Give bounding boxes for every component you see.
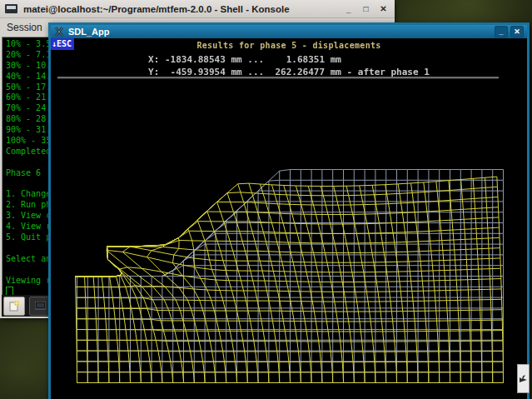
desktop: { "konsole": { "title": "matei@localhost… [0, 0, 532, 399]
new-session-button[interactable] [3, 297, 25, 316]
maximize-icon[interactable]: □ [360, 3, 372, 15]
mouse-cursor [517, 364, 530, 393]
terminal-cursor [6, 287, 13, 295]
close-icon[interactable]: ✕ [377, 3, 390, 15]
header-separator [57, 77, 499, 79]
sdl-close-icon[interactable]: ✕ [510, 26, 524, 37]
minimize-icon[interactable]: _ [342, 3, 355, 15]
sdl-app-window: SDL_App _ ✕ ↓ESC Results for phase 5 - d… [48, 22, 530, 399]
arrow-cursor-icon [519, 374, 528, 383]
new-session-icon [8, 300, 20, 312]
shell-tab-icon [35, 302, 46, 311]
menu-session[interactable]: Session [7, 22, 42, 33]
konsole-title: matei@localhost:~/Programe/mtfem-2.0.0 -… [23, 4, 342, 14]
konsole-titlebar[interactable]: matei@localhost:~/Programe/mtfem-2.0.0 -… [0, 0, 395, 18]
results-title: Results for phase 5 - displacements [51, 41, 527, 50]
displacement-ranges: X: -1834.88543 mm ... 1.68351 mm Y: -459… [148, 53, 430, 78]
sdl-content: ↓ESC Results for phase 5 - displacements… [51, 38, 527, 399]
fem-mesh-canvas [51, 38, 527, 399]
x-range: X: -1834.88543 mm ... 1.68351 mm [148, 54, 341, 65]
sdl-titlebar[interactable]: SDL_App _ ✕ [51, 25, 527, 38]
results-header: Results for phase 5 - displacements X: -… [51, 41, 527, 78]
sdl-minimize-icon[interactable]: _ [495, 26, 508, 37]
sdl-window-icon [54, 27, 64, 37]
konsole-window-icon [5, 3, 17, 14]
sdl-title: SDL_App [68, 27, 492, 37]
